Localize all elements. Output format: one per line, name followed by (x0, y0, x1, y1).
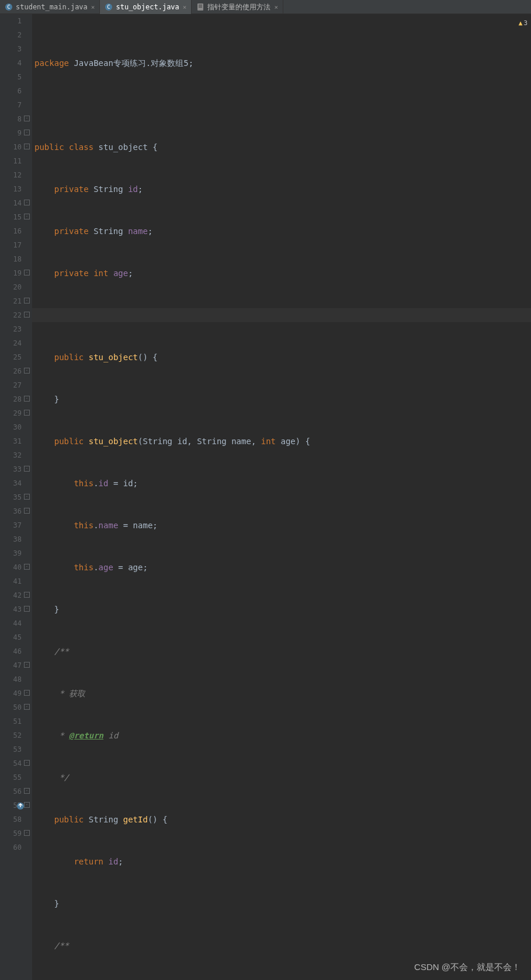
override-icon[interactable] (16, 801, 25, 809)
fold-icon[interactable]: - (24, 130, 30, 135)
code-line: } (32, 897, 531, 911)
tab-student-main[interactable]: C student_main.java × (0, 0, 100, 14)
warning-badge[interactable]: ▲3 (519, 16, 527, 30)
line-number: 53 (0, 742, 22, 756)
line-number: 41 (0, 574, 22, 588)
fold-icon[interactable]: - (24, 704, 30, 710)
line-number: 10- (0, 140, 22, 154)
line-number: 38 (0, 532, 22, 546)
code-line: private int age; (32, 266, 531, 280)
line-number: 2 (0, 28, 22, 42)
line-number: 19- (0, 266, 22, 280)
java-class-icon: C (5, 3, 13, 11)
line-number: 45 (0, 630, 22, 644)
close-icon[interactable]: × (274, 4, 278, 11)
line-number: 37 (0, 518, 22, 532)
line-number: 34 (0, 476, 22, 490)
line-number: 27 (0, 378, 22, 392)
code-line: * 获取 (32, 686, 531, 700)
line-number: 12 (0, 168, 22, 182)
line-number: 44 (0, 616, 22, 630)
line-number: 36- (0, 504, 22, 518)
fold-icon[interactable]: - (24, 116, 30, 121)
line-number: 47- (0, 658, 22, 672)
code-line: public String getId() { (32, 812, 531, 826)
line-number: 43- (0, 602, 22, 616)
line-number: 39 (0, 546, 22, 560)
line-number: 33- (0, 462, 22, 476)
line-number: 40- (0, 560, 22, 574)
fold-icon[interactable]: - (24, 508, 30, 514)
code-line: */ (32, 770, 531, 784)
line-number: 8- (0, 112, 22, 126)
line-number: 1 (0, 14, 22, 28)
fold-icon[interactable]: - (24, 760, 30, 766)
tab-stu-object[interactable]: C stu_object.java × (100, 0, 192, 14)
fold-icon[interactable]: - (24, 410, 30, 416)
editor-tabs: C student_main.java × C stu_object.java … (0, 0, 531, 14)
fold-icon[interactable]: - (24, 788, 30, 794)
fold-icon[interactable]: - (24, 312, 30, 318)
fold-icon[interactable]: - (24, 662, 30, 668)
line-number: 48 (0, 672, 22, 686)
fold-icon[interactable]: - (24, 494, 30, 500)
line-number: 31 (0, 434, 22, 448)
line-number: 17 (0, 238, 22, 252)
fold-icon[interactable]: - (24, 592, 30, 598)
fold-icon[interactable]: - (24, 396, 30, 402)
line-number: 55 (0, 770, 22, 784)
fold-icon[interactable]: - (24, 802, 30, 808)
fold-icon[interactable]: - (24, 298, 30, 304)
watermark: CSDN @不会，就是不会！ (414, 962, 520, 973)
line-number: 25 (0, 350, 22, 364)
fold-icon[interactable]: - (24, 368, 30, 374)
fold-icon[interactable]: - (24, 830, 30, 836)
line-number: 11 (0, 154, 22, 168)
code-line (32, 98, 531, 112)
fold-icon[interactable]: - (24, 144, 30, 149)
code-line: } (32, 602, 531, 616)
code-line: return id; (32, 855, 531, 869)
fold-icon[interactable]: - (24, 564, 30, 570)
line-number: 42- (0, 588, 22, 602)
doc-icon (196, 3, 204, 11)
fold-icon[interactable]: - (24, 200, 30, 205)
code-area[interactable]: ▲3 package JavaBean专项练习.对象数组5; public cl… (32, 14, 531, 980)
code-line: private String name; (32, 224, 531, 238)
close-icon[interactable]: × (183, 4, 187, 11)
line-number: 3 (0, 42, 22, 56)
line-number: 28- (0, 392, 22, 406)
line-gutter: 1 2 3 4 5 6 7 8- 9- 10- 11 12 13 14- 15-… (0, 14, 32, 980)
code-editor[interactable]: 1 2 3 4 5 6 7 8- 9- 10- 11 12 13 14- 15-… (0, 14, 531, 980)
svg-rect-6 (199, 6, 202, 6)
line-number: 15- (0, 210, 22, 224)
code-line: private String id; (32, 182, 531, 196)
code-line: /** (32, 644, 531, 658)
line-number: 58 (0, 812, 22, 826)
tab-pointer-doc[interactable]: 指针变量的使用方法 × (192, 0, 283, 14)
line-number: 22- (0, 308, 22, 322)
line-number: 7 (0, 98, 22, 112)
line-number: 23 (0, 322, 22, 336)
fold-icon[interactable]: - (24, 466, 30, 472)
fold-icon[interactable]: - (24, 214, 30, 219)
line-number: 35- (0, 490, 22, 504)
line-number: 59- (0, 826, 22, 841)
code-line: package JavaBean专项练习.对象数组5; (32, 56, 531, 70)
close-icon[interactable]: × (91, 4, 95, 11)
fold-icon[interactable]: - (24, 606, 30, 612)
fold-icon[interactable]: - (24, 690, 30, 696)
line-number: 18 (0, 252, 22, 266)
line-number: 46 (0, 644, 22, 658)
line-number: 16 (0, 224, 22, 238)
svg-text:C: C (7, 4, 10, 10)
svg-text:C: C (107, 4, 110, 10)
line-number: 24 (0, 336, 22, 350)
line-number: 57- (0, 798, 22, 812)
line-number: 54- (0, 756, 22, 770)
code-line: this.age = age; (32, 560, 531, 574)
fold-icon[interactable]: - (24, 270, 30, 275)
line-number: 14- (0, 196, 22, 210)
line-number: 56- (0, 784, 22, 798)
line-number: 9- (0, 126, 22, 140)
